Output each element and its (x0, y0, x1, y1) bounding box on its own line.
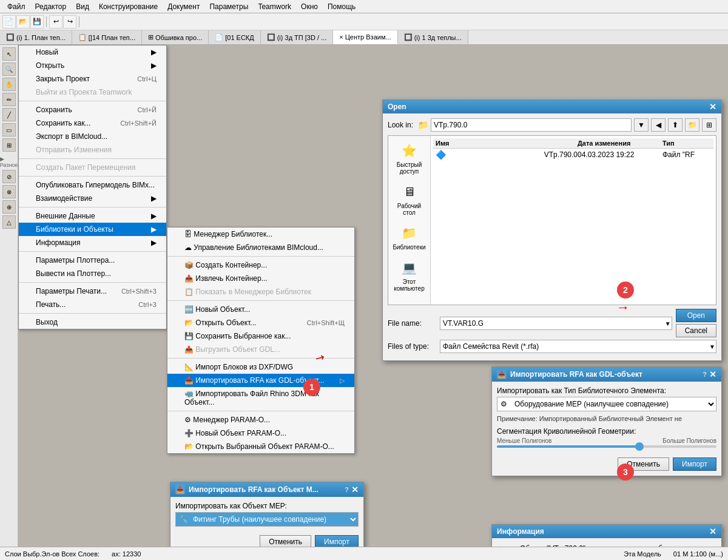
import-type-select[interactable]: Оборудование МЕР (наилучшее совпадение) (497, 397, 716, 411)
divider-3 (19, 176, 166, 177)
nav-back-btn[interactable]: ◀ (651, 118, 666, 132)
import-mep-type-select[interactable]: Фитинг Трубы (наилучшее совпадение) (175, 512, 359, 527)
sidebar-btn-tool2[interactable]: ⊗ (2, 185, 16, 198)
import-mep-close[interactable]: ✕ (351, 485, 359, 494)
import-gdl-close[interactable]: ✕ (709, 370, 716, 379)
sub-create-container[interactable]: 📦 Создать Контейнер... (167, 258, 354, 272)
menu-document[interactable]: Документ (163, 1, 204, 12)
sub-divider-3 (167, 358, 354, 359)
cancel-open-btn[interactable]: Cancel (676, 324, 716, 337)
menu-close-project[interactable]: Закрыть ПроектCtrl+Ц (19, 72, 166, 86)
menu-edit[interactable]: Редактор (30, 1, 72, 12)
menu-help[interactable]: Помощь (323, 1, 360, 12)
sidebar-btn-tool1[interactable]: ⊘ (2, 170, 16, 183)
sub-new-param-object[interactable]: ➕ Новый Объект PARAM-О... (167, 427, 354, 440)
sub-save-selected[interactable]: 💾 Сохранить Выбранное как... (167, 329, 354, 343)
sub-manage-bimcloud[interactable]: ☁ Управление Библиотеками BIMcloud... (167, 241, 354, 254)
menu-saveas[interactable]: Сохранить как...Ctrl+Shift+Й (19, 116, 166, 130)
filename-input[interactable] (440, 317, 672, 330)
sidebar-btn-select[interactable]: ↖ (2, 47, 16, 61)
model-label: Эта Модель (624, 550, 661, 558)
nav-computer[interactable]: 💻 Этот компьютер (391, 258, 428, 292)
info-message: Объект "VTp.790.0" успешно создан и доба… (520, 544, 715, 547)
nav-quick-access[interactable]: ⭐ Быстрый доступ (391, 141, 428, 175)
sub-extract-container[interactable]: 📤 Извлечь Контейнер... (167, 272, 354, 285)
nav-libraries[interactable]: 📁 Библиотеки (393, 223, 425, 251)
sidebar-btn-draw[interactable]: ✏ (2, 93, 16, 106)
tab-5[interactable]: ×Центр Взаим... (333, 30, 397, 44)
import-gdl-help[interactable]: ? (703, 371, 707, 378)
desktop-icon: 🖥 (400, 182, 419, 201)
sidebar-btn-line[interactable]: ╱ (2, 108, 16, 121)
slider-track[interactable] (497, 445, 716, 448)
menu-window[interactable]: Окно (296, 1, 323, 12)
sidebar-btn-misc[interactable]: ⊞ (2, 138, 16, 152)
nav-new-folder-btn[interactable]: 📁 (685, 118, 699, 132)
menu-open[interactable]: Открыть▶ (19, 59, 166, 72)
import-mep-help[interactable]: ? (345, 486, 349, 493)
sub-open-param-object[interactable]: 📂 Открыть Выбранный Объект PARAM-О... (167, 440, 354, 453)
menu-plotter-params[interactable]: Параметры Плоттера... (19, 254, 166, 267)
tab-3[interactable]: 📄[01 ЕСКД (209, 30, 261, 44)
sub-open-object[interactable]: 📂 Открыть Объект...Ctrl+Shift+Щ (167, 316, 354, 329)
tool-save[interactable]: 💾 (30, 15, 44, 29)
menu-publish-hypermodel[interactable]: Опубликовать Гипермодель BIMx... (19, 178, 166, 192)
tab-4[interactable]: 🔲(i) 3д ТП [3D / ... (261, 30, 334, 44)
import-mep-import-btn[interactable]: Импорт (315, 535, 359, 547)
menu-file[interactable]: Файл (2, 1, 30, 12)
menu-design[interactable]: Конструирование (94, 1, 163, 12)
sub-param-manager[interactable]: ⚙ Менеджер PARAM-О... (167, 413, 354, 427)
menu-info[interactable]: Информация▶ (19, 236, 166, 249)
view-btn[interactable]: ⊞ (702, 118, 716, 132)
less-polygons-label: Меньше Полигонов (497, 437, 551, 444)
sub-import-rfa-gdl[interactable]: 📥 Импортировать RFA как GDL-объект... ▷ (167, 374, 354, 387)
nav-desktop[interactable]: 🖥 Рабочий стол (391, 182, 428, 216)
menu-libraries[interactable]: Библиотеки и Объекты▶ (19, 223, 166, 236)
tool-open[interactable]: 📂 (16, 15, 30, 29)
menu-save[interactable]: СохранитьCtrl+Й (19, 103, 166, 116)
menu-print-params[interactable]: Параметры Печати...Ctrl+Shift+3 (19, 285, 166, 298)
open-btn[interactable]: Open (676, 309, 716, 322)
sub-import-rhino[interactable]: 🦏 Импортировать Файл Rhino 3DM как Объек… (167, 387, 354, 409)
lookin-dropdown-btn[interactable]: ▼ (634, 118, 649, 132)
tool-redo[interactable]: ↪ (63, 15, 76, 29)
menu-external-data[interactable]: Внешние Данные▶ (19, 209, 166, 223)
info-dialog-close[interactable]: ✕ (709, 527, 716, 536)
sidebar-btn-wall[interactable]: ▭ (2, 123, 16, 137)
sidebar-btn-tool4[interactable]: △ (2, 215, 16, 229)
sub-import-dxf[interactable]: 📐 Импорт Блоков из DXF/DWG (167, 360, 354, 374)
separator-2 (79, 16, 79, 27)
sub-new-object[interactable]: 🆕 Новый Объект... (167, 303, 354, 316)
libraries-label: Библиотеки (393, 244, 425, 251)
import-mep-cancel-btn[interactable]: Отменить (260, 535, 311, 547)
menu-params[interactable]: Параметры (204, 1, 253, 12)
lookin-input[interactable] (431, 118, 632, 132)
tab-0[interactable]: 🔲(i) 1. План теп... (0, 30, 72, 44)
menu-exit[interactable]: Выход (19, 315, 166, 329)
nav-up-btn[interactable]: ⬆ (668, 118, 682, 132)
import-gdl-import-btn[interactable]: Импорт (673, 457, 716, 471)
menu-new[interactable]: Новый▶ (19, 46, 166, 59)
menu-view[interactable]: Вид (71, 1, 94, 12)
sub-library-manager[interactable]: 🗄 Менеджер Библиотек... (167, 228, 354, 241)
open-dialog-close[interactable]: ✕ (709, 103, 716, 111)
menu-teamwork[interactable]: Teamwork (253, 1, 296, 12)
slider-thumb[interactable] (635, 442, 644, 451)
import-gdl-btn-row: Отменить Импорт (497, 453, 716, 471)
content-area: Новый▶ Открыть▶ Закрыть ПроектCtrl+Ц Вый… (18, 45, 728, 547)
tool-undo[interactable]: ↩ (49, 15, 62, 29)
sidebar-btn-tool3[interactable]: ⊕ (2, 200, 16, 214)
tab-1[interactable]: 📋[]14 План теп... (72, 30, 142, 44)
menu-print[interactable]: Печать...Ctrl+3 (19, 298, 166, 311)
menu-plot[interactable]: Вывести на Плоттер... (19, 267, 166, 280)
sidebar-btn-move[interactable]: ✋ (2, 78, 16, 91)
libraries-icon: 📁 (400, 223, 419, 243)
filetype-input[interactable] (440, 340, 716, 353)
menu-export-bimcloud[interactable]: Экспорт в BIMcloud... (19, 130, 166, 143)
sidebar-btn-zoom[interactable]: 🔍 (2, 62, 16, 76)
tab-6[interactable]: 🔲(i) 1 3д теплы... (398, 30, 468, 44)
menu-interaction[interactable]: Взаимодействие▶ (19, 192, 166, 205)
tab-2[interactable]: ⊞Обшивка про... (142, 30, 209, 44)
tool-new[interactable]: 📄 (2, 15, 16, 29)
file-row-1[interactable]: 🔷VTp.790.0 04.03.2023 19:22 Файл "RF (433, 149, 713, 161)
